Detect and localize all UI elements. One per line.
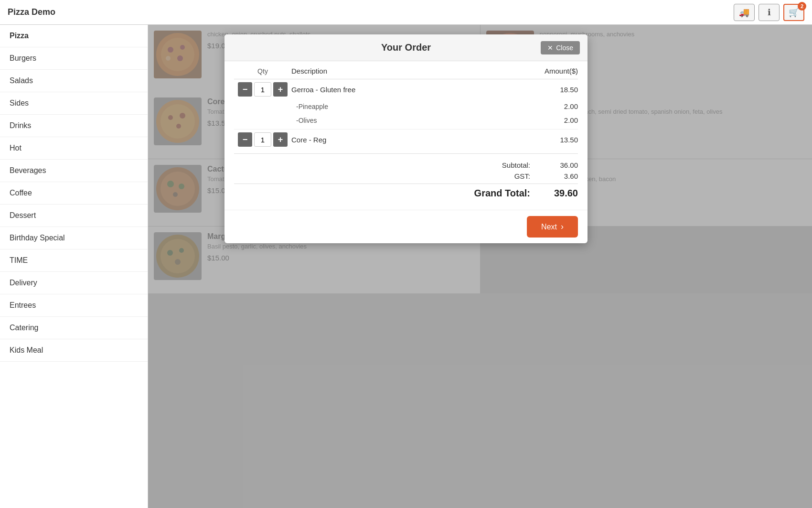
next-button[interactable]: Next › bbox=[527, 216, 578, 238]
sidebar-item-delivery[interactable]: Delivery bbox=[0, 272, 148, 294]
delivery-button[interactable]: 🚚 bbox=[734, 4, 755, 21]
grand-total-row: Grand Total: 39.60 bbox=[234, 184, 578, 200]
sidebar-item-entrees[interactable]: Entrees bbox=[0, 294, 148, 317]
next-arrow-icon: › bbox=[561, 222, 564, 232]
close-button[interactable]: ✕ Close bbox=[541, 41, 580, 54]
subitem-pineapple: -Pineapple bbox=[291, 103, 530, 110]
subtotal-value: 36.00 bbox=[549, 161, 578, 169]
qty-control-2: − 1 + bbox=[234, 132, 291, 147]
subitem-olives: -Olives bbox=[291, 117, 530, 124]
sidebar-item-coffee[interactable]: Coffee bbox=[0, 182, 148, 205]
item-1-amount: 18.50 bbox=[530, 86, 578, 94]
grand-total-label: Grand Total: bbox=[474, 188, 530, 199]
qty-decrease-1[interactable]: − bbox=[238, 82, 252, 97]
qty-value-1: 1 bbox=[254, 82, 271, 97]
qty-value-2: 1 bbox=[254, 132, 271, 147]
qty-increase-2[interactable]: + bbox=[273, 132, 288, 147]
header-qty: Qty bbox=[234, 67, 291, 75]
gst-label: GST: bbox=[482, 172, 530, 180]
modal-title: Your Order bbox=[381, 42, 431, 53]
grand-total-value: 39.60 bbox=[549, 188, 578, 199]
order-subrow-olives: -Olives 2.00 bbox=[234, 113, 578, 127]
app-title: Pizza Demo bbox=[8, 7, 55, 17]
info-button[interactable]: ℹ bbox=[759, 4, 780, 21]
gst-row: GST: 3.60 bbox=[234, 171, 578, 182]
header-icons: 🚚 ℹ 🛒 2 bbox=[734, 4, 804, 21]
qty-decrease-2[interactable]: − bbox=[238, 132, 252, 147]
sidebar-item-time[interactable]: TIME bbox=[0, 249, 148, 272]
sidebar-item-pizza[interactable]: Pizza bbox=[0, 25, 148, 47]
sidebar-item-hot[interactable]: Hot bbox=[0, 137, 148, 160]
content-area: chicken, onion, crushed nuts, shallots $… bbox=[148, 25, 812, 508]
sidebar-item-kids-meal[interactable]: Kids Meal bbox=[0, 339, 148, 362]
order-subrow-pineapple: -Pineapple 2.00 bbox=[234, 99, 578, 113]
cart-icon: 🛒 bbox=[789, 7, 799, 18]
sidebar-item-beverages[interactable]: Beverages bbox=[0, 160, 148, 182]
sidebar: Pizza Burgers Salads Sides Drinks Hot Be… bbox=[0, 25, 148, 508]
sidebar-item-drinks[interactable]: Drinks bbox=[0, 115, 148, 137]
item-2-name: Core - Reg bbox=[291, 136, 530, 144]
sidebar-item-birthday-special[interactable]: Birthday Special bbox=[0, 227, 148, 249]
header-description: Description bbox=[291, 67, 530, 75]
modal-body: Qty Description Amount($) − 1 + Gerroa -… bbox=[224, 61, 588, 210]
item-1-name: Gerroa - Gluten free bbox=[291, 86, 530, 94]
order-modal: Your Order ✕ Close Qty Description Amoun… bbox=[224, 34, 588, 243]
sidebar-item-salads[interactable]: Salads bbox=[0, 70, 148, 92]
info-icon: ℹ bbox=[768, 7, 771, 18]
qty-increase-1[interactable]: + bbox=[273, 82, 288, 97]
sidebar-item-sides[interactable]: Sides bbox=[0, 92, 148, 115]
order-row-2: − 1 + Core - Reg 13.50 bbox=[234, 129, 578, 150]
main-layout: Pizza Burgers Salads Sides Drinks Hot Be… bbox=[0, 25, 812, 508]
delivery-icon: 🚚 bbox=[739, 7, 749, 18]
cart-badge: 2 bbox=[798, 2, 806, 11]
order-table-header: Qty Description Amount($) bbox=[234, 61, 578, 79]
sidebar-item-burgers[interactable]: Burgers bbox=[0, 47, 148, 70]
gst-value: 3.60 bbox=[549, 172, 578, 180]
next-label: Next bbox=[541, 223, 557, 231]
modal-overlay: Your Order ✕ Close Qty Description Amoun… bbox=[148, 25, 812, 508]
header-amount: Amount($) bbox=[530, 67, 578, 75]
cart-button[interactable]: 🛒 2 bbox=[783, 4, 804, 21]
modal-footer: Next › bbox=[224, 210, 588, 243]
totals-section: Subtotal: 36.00 GST: 3.60 Grand Total: 3… bbox=[234, 153, 578, 200]
qty-control-1: − 1 + bbox=[234, 82, 291, 97]
subitem-pineapple-amount: 2.00 bbox=[530, 102, 578, 110]
subtotal-row: Subtotal: 36.00 bbox=[234, 160, 578, 171]
header: Pizza Demo 🚚 ℹ 🛒 2 bbox=[0, 0, 812, 25]
subitem-olives-amount: 2.00 bbox=[530, 116, 578, 124]
modal-header: Your Order ✕ Close bbox=[224, 34, 588, 61]
subtotal-label: Subtotal: bbox=[482, 161, 530, 169]
order-row-1: − 1 + Gerroa - Gluten free 18.50 bbox=[234, 79, 578, 99]
close-x-icon: ✕ bbox=[547, 44, 553, 52]
close-label: Close bbox=[556, 44, 573, 52]
item-2-amount: 13.50 bbox=[530, 136, 578, 144]
sidebar-item-catering[interactable]: Catering bbox=[0, 317, 148, 339]
sidebar-item-dessert[interactable]: Dessert bbox=[0, 205, 148, 227]
